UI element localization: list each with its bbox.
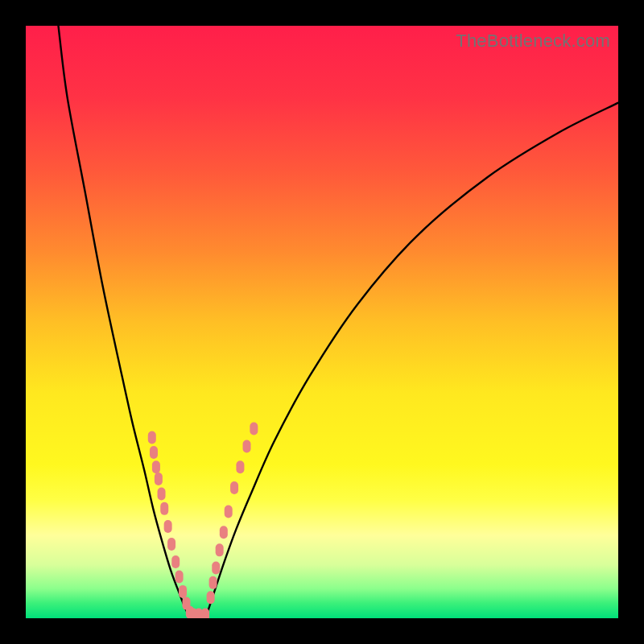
data-dot: [220, 526, 228, 539]
data-dot: [175, 570, 184, 583]
data-dot: [148, 431, 156, 444]
data-dots: [148, 422, 258, 618]
outer-frame: TheBottleneck.com: [0, 0, 644, 644]
data-dot: [236, 460, 244, 473]
data-dot: [158, 487, 166, 500]
data-dot: [225, 506, 233, 518]
data-dot: [230, 481, 238, 494]
data-dot: [167, 538, 175, 551]
data-dot: [155, 473, 163, 485]
data-dot: [212, 561, 220, 574]
right-curve: [206, 103, 618, 616]
plot-area: TheBottleneck.com: [26, 26, 618, 618]
data-dot: [164, 520, 172, 533]
data-dot: [209, 576, 217, 589]
data-dot: [160, 502, 168, 515]
data-dot: [179, 585, 187, 598]
data-dot: [207, 591, 215, 604]
chart-svg: [26, 26, 618, 618]
data-dot: [243, 440, 251, 453]
data-dot: [216, 543, 224, 556]
data-dot: [250, 422, 258, 435]
data-dot: [201, 609, 209, 618]
data-dot: [171, 555, 180, 568]
data-dot: [152, 460, 160, 473]
data-dot: [150, 446, 158, 459]
